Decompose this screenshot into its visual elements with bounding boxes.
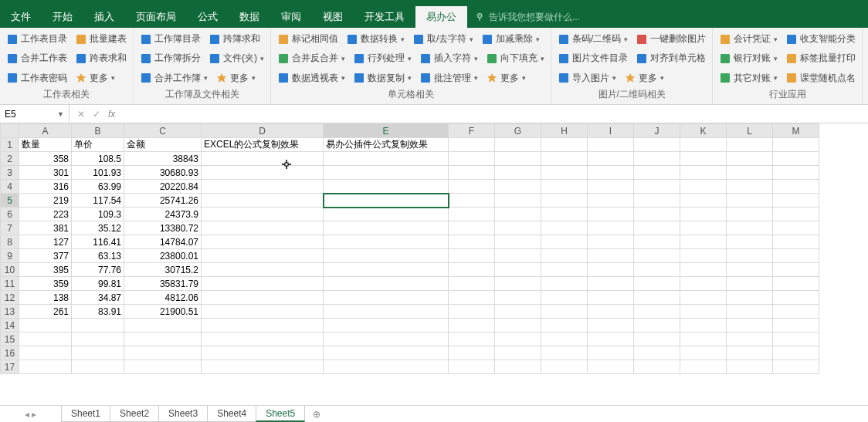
cell[interactable] [449,319,495,333]
cell[interactable]: 117.54 [72,194,124,208]
cell[interactable] [495,194,541,208]
cell[interactable] [124,333,202,346]
cell[interactable] [495,277,541,291]
cell[interactable] [727,305,773,319]
cell[interactable] [495,333,541,346]
cell[interactable] [449,152,495,166]
cell[interactable] [634,138,680,152]
cell[interactable] [588,263,634,277]
cell[interactable] [541,360,588,374]
cancel-icon[interactable]: ✕ [77,109,85,120]
cell[interactable] [541,166,588,180]
cell[interactable]: 30680.93 [124,166,202,180]
cell[interactable]: 35.12 [72,221,124,235]
cell[interactable] [634,360,680,374]
cell[interactable] [680,360,727,374]
tab-文件[interactable]: 文件 [0,6,42,28]
cell[interactable] [495,291,541,305]
cmd-数据透视表[interactable]: 数据透视表▾ [274,70,348,86]
cmd-向下填充[interactable]: 向下填充▾ [483,50,548,66]
row-header[interactable]: 4 [1,180,19,194]
cell[interactable]: 21900.51 [124,305,202,319]
row-header[interactable]: 8 [1,235,19,249]
cell[interactable] [324,221,449,235]
cmd-银行对账[interactable]: 银行对账▾ [716,50,781,66]
cell[interactable] [588,333,634,346]
cell[interactable]: 99.81 [72,277,124,291]
cell[interactable] [541,305,588,319]
cell[interactable] [324,180,449,194]
cell[interactable] [680,333,727,346]
cell[interactable] [324,305,449,319]
cell[interactable]: 377 [19,249,72,263]
cell[interactable] [773,249,819,263]
name-box[interactable]: ▼ [0,105,70,123]
cell[interactable]: 35831.79 [124,277,202,291]
cmd-标签批量打印[interactable]: 标签批量打印 [782,50,859,66]
cell[interactable]: 4812.06 [124,291,202,305]
add-sheet-button[interactable]: ⊕ [305,406,328,422]
cell[interactable]: 395 [19,263,72,277]
cmd-加减乘除[interactable]: 加减乘除▾ [478,31,543,47]
cell[interactable] [773,305,819,319]
cell[interactable] [324,346,449,360]
cell[interactable] [727,263,773,277]
cmd-工作表密码[interactable]: 工作表密码 [3,70,70,86]
cell[interactable] [727,319,773,333]
cell[interactable]: 数量 [19,138,72,152]
cell[interactable] [634,346,680,360]
cell[interactable]: 301 [19,166,72,180]
cmd-工作簿目录[interactable]: 工作簿目录 [137,31,204,47]
cell[interactable] [324,166,449,180]
cell[interactable] [634,319,680,333]
cell[interactable]: 13380.72 [124,221,202,235]
row-header[interactable]: 12 [1,291,19,305]
cell[interactable] [634,333,680,346]
cell[interactable] [324,291,449,305]
cell[interactable] [495,319,541,333]
cell[interactable] [202,319,324,333]
cell[interactable] [541,249,588,263]
cell[interactable] [773,333,819,346]
tab-插入[interactable]: 插入 [83,6,125,28]
cell[interactable] [19,319,72,333]
cell[interactable] [495,263,541,277]
cell[interactable] [202,263,324,277]
cell[interactable]: 易办公插件公式复制效果 [324,138,449,152]
cmd-文件(夹)[interactable]: 文件(夹)▾ [205,50,267,66]
cell[interactable]: EXCEL的公式复制效果 [202,138,324,152]
sheet-tab-Sheet1[interactable]: Sheet1 [61,406,110,422]
cell[interactable] [541,152,588,166]
cell[interactable] [588,208,634,221]
cell[interactable]: 77.76 [72,263,124,277]
cell[interactable]: 127 [19,235,72,249]
cell[interactable] [634,249,680,263]
cell[interactable]: 83.91 [72,305,124,319]
cell[interactable]: 358 [19,152,72,166]
cell[interactable] [773,180,819,194]
cell[interactable] [541,208,588,221]
cmd-对齐到单元格[interactable]: 对齐到单元格 [632,50,709,66]
cell[interactable]: 108.5 [72,152,124,166]
cell[interactable]: 261 [19,305,72,319]
cmd-批量建表[interactable]: 批量建表 [72,31,130,47]
cell[interactable] [202,346,324,360]
cell[interactable] [449,346,495,360]
cell[interactable] [449,277,495,291]
cell[interactable] [588,194,634,208]
cell[interactable]: 34.87 [72,291,124,305]
col-header-C[interactable]: C [124,124,202,138]
cell[interactable] [773,291,819,305]
col-header-E[interactable]: E [324,124,449,138]
cell[interactable]: 101.93 [72,166,124,180]
cell[interactable] [324,235,449,249]
sheet-tab-Sheet4[interactable]: Sheet4 [207,406,256,422]
cell[interactable] [588,277,634,291]
cell[interactable] [680,319,727,333]
cell[interactable] [495,221,541,235]
cell[interactable] [202,333,324,346]
cell[interactable]: 24373.9 [124,208,202,221]
cell[interactable] [634,263,680,277]
cell[interactable] [773,208,819,221]
cell[interactable]: 63.99 [72,180,124,194]
